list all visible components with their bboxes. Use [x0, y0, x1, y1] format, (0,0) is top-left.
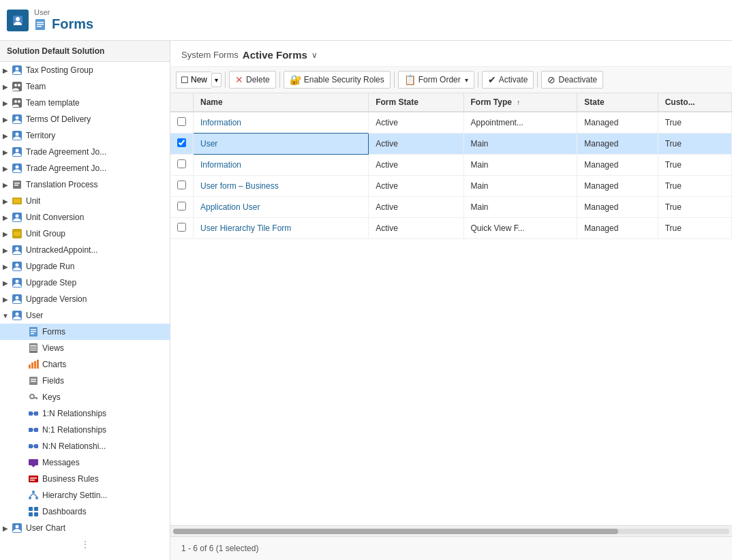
- expand-icon[interactable]: ▶: [0, 114, 11, 125]
- col-header-customizable[interactable]: Custo...: [658, 93, 731, 112]
- enable-security-button[interactable]: 🔐 Enable Security Roles: [284, 71, 391, 89]
- sidebar-item-trade-agreement-2[interactable]: ▶ Trade Agreement Jo...: [0, 160, 170, 176]
- deactivate-button[interactable]: ⊘ Deactivate: [541, 71, 603, 89]
- table-footer: 1 - 6 of 6 (1 selected): [170, 536, 732, 560]
- row-checkbox[interactable]: [177, 223, 186, 232]
- row-name[interactable]: Application User: [194, 197, 369, 218]
- svg-point-17: [16, 133, 19, 136]
- sidebar-item-label: Terms Of Delivery: [26, 114, 91, 124]
- sidebar-item-team-template[interactable]: ▶ Team template: [0, 95, 170, 111]
- expand-icon[interactable]: ▶: [0, 81, 11, 92]
- table-row[interactable]: User Active Main Managed True: [170, 134, 732, 155]
- sidebar-item-translation-process[interactable]: ▶ Translation Process: [0, 176, 170, 193]
- row-checkbox-cell[interactable]: [170, 112, 194, 134]
- expand-icon[interactable]: ▶: [0, 163, 11, 174]
- expand-icon[interactable]: ▶: [0, 130, 11, 141]
- col-header-form-state[interactable]: Form State: [369, 93, 463, 112]
- row-checkbox-cell[interactable]: [170, 134, 194, 155]
- activate-button[interactable]: ✔ Activate: [482, 71, 534, 89]
- sidebar-item-unit-group[interactable]: ▶ Unit Group: [0, 225, 170, 242]
- row-name[interactable]: User Hierarchy Tile Form: [194, 218, 369, 239]
- row-checkbox[interactable]: [177, 138, 186, 147]
- sidebar-item-label: Keys: [42, 392, 61, 402]
- sidebar-item-territory[interactable]: ▶ Territory: [0, 127, 170, 144]
- expand-icon[interactable]: ▶: [0, 97, 11, 108]
- row-checkbox[interactable]: [177, 202, 186, 211]
- row-name[interactable]: Information: [194, 155, 369, 176]
- sidebar-item-messages[interactable]: ▶ Messages: [0, 454, 170, 471]
- row-checkbox-cell[interactable]: [170, 218, 194, 239]
- row-name[interactable]: User form – Business: [194, 176, 369, 197]
- expand-icon[interactable]: ▶: [0, 261, 11, 272]
- table-row[interactable]: Application User Active Main Managed Tru…: [170, 197, 732, 218]
- sidebar-item-upgrade-run[interactable]: ▶ Upgrade Run: [0, 258, 170, 275]
- new-dropdown-arrow[interactable]: ▾: [211, 73, 222, 87]
- svg-rect-55: [31, 381, 36, 382]
- table-row[interactable]: User Hierarchy Tile Form Active Quick Vi…: [170, 218, 732, 239]
- svg-point-1: [16, 17, 20, 21]
- row-checkbox-cell[interactable]: [170, 197, 194, 218]
- sidebar-item-label: Unit Conversion: [26, 213, 84, 222]
- forms-icon: [27, 326, 40, 338]
- col-header-form-type[interactable]: Form Type ↑: [463, 93, 577, 112]
- expand-icon[interactable]: ▼: [0, 310, 11, 321]
- sidebar-item-n1-relationships[interactable]: ▶ N:1 Relationships: [0, 422, 170, 438]
- sidebar-item-terms-of-delivery[interactable]: ▶ Terms Of Delivery: [0, 111, 170, 127]
- row-checkbox-cell[interactable]: [170, 176, 194, 197]
- table-row[interactable]: Information Active Appointment... Manage…: [170, 112, 732, 134]
- sidebar-item-untracked[interactable]: ▶ UntrackedAppoint...: [0, 242, 170, 258]
- page-title: Forms: [34, 16, 93, 32]
- sidebar-item-hierarchy-settings[interactable]: ▶ Hierarchy Settin...: [0, 487, 170, 503]
- expand-icon[interactable]: ▶: [0, 65, 11, 76]
- delete-button[interactable]: ✕ Delete: [229, 71, 276, 89]
- sidebar-item-business-rules[interactable]: ▶ Business Rules: [0, 471, 170, 487]
- table-row[interactable]: Information Active Main Managed True: [170, 155, 732, 176]
- scrollbar-thumb[interactable]: [173, 529, 618, 534]
- row-checkbox[interactable]: [177, 159, 186, 168]
- svg-rect-79: [34, 507, 38, 511]
- form-order-button[interactable]: 📋 Form Order ▾: [398, 71, 474, 89]
- expand-icon[interactable]: ▶: [0, 212, 11, 223]
- form-order-arrow: ▾: [465, 76, 468, 84]
- row-checkbox-cell[interactable]: [170, 155, 194, 176]
- expand-icon[interactable]: ▶: [0, 196, 11, 206]
- expand-icon[interactable]: ▶: [0, 228, 11, 239]
- sidebar-item-upgrade-step[interactable]: ▶ Upgrade Step: [0, 275, 170, 291]
- row-name[interactable]: User: [194, 134, 369, 155]
- svg-point-7: [16, 67, 19, 71]
- expand-icon[interactable]: ▶: [0, 294, 11, 305]
- expand-icon[interactable]: ▶: [0, 245, 11, 255]
- sidebar-item-charts[interactable]: ▶ Charts: [0, 356, 170, 373]
- col-header-name[interactable]: Name: [194, 93, 369, 112]
- table-row[interactable]: User form – Business Active Main Managed…: [170, 176, 732, 197]
- expand-icon[interactable]: ▶: [0, 277, 11, 288]
- sidebar-item-keys[interactable]: ▶ Keys: [0, 389, 170, 405]
- sidebar-item-1n-relationships[interactable]: ▶ 1:N Relationships: [0, 405, 170, 422]
- sidebar-item-forms[interactable]: ▶ Forms: [0, 324, 170, 340]
- new-button[interactable]: ☐ New: [176, 72, 211, 89]
- col-header-state[interactable]: State: [577, 93, 658, 112]
- active-forms-dropdown[interactable]: ∨: [311, 50, 318, 60]
- row-checkbox[interactable]: [177, 181, 186, 189]
- sidebar-item-views[interactable]: ▶ Views: [0, 340, 170, 356]
- sidebar-item-unit-conversion[interactable]: ▶ Unit Conversion: [0, 209, 170, 225]
- sidebar-item-upgrade-version[interactable]: ▶ Upgrade Version: [0, 291, 170, 307]
- scrollbar-track[interactable]: [173, 529, 729, 534]
- sidebar-item-dashboards[interactable]: ▶ Dashboards: [0, 503, 170, 520]
- sidebar-item-nn-relationships[interactable]: ▶ N:N Relationshi...: [0, 438, 170, 454]
- expand-icon[interactable]: ▶: [0, 179, 11, 190]
- horizontal-scrollbar[interactable]: [170, 525, 732, 536]
- sidebar-item-trade-agreement-1[interactable]: ▶ Trade Agreement Jo...: [0, 144, 170, 160]
- sidebar-item-team[interactable]: ▶ Team: [0, 78, 170, 95]
- sidebar-item-fields[interactable]: ▶ Fields: [0, 373, 170, 389]
- entity-icon: [11, 211, 23, 223]
- sidebar-item-user-chart[interactable]: ▶ User Chart: [0, 520, 170, 536]
- expand-icon[interactable]: ▶: [0, 523, 11, 533]
- row-name[interactable]: Information: [194, 112, 369, 134]
- sidebar-item-user[interactable]: ▼ User: [0, 307, 170, 324]
- sidebar-item-tax-posting-group[interactable]: ▶ Tax Posting Group: [0, 62, 170, 78]
- row-checkbox[interactable]: [177, 117, 186, 126]
- svg-line-77: [33, 493, 37, 497]
- sidebar-item-unit[interactable]: ▶ Unit: [0, 193, 170, 209]
- expand-icon[interactable]: ▶: [0, 146, 11, 157]
